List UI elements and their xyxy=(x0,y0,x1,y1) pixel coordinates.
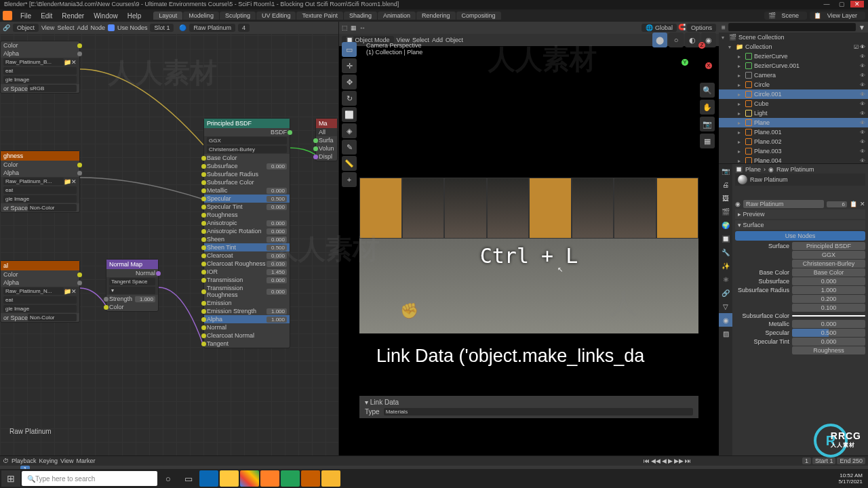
shading-icon[interactable]: ⬤ xyxy=(652,33,667,47)
slot-selector[interactable]: Slot 1 xyxy=(150,24,174,32)
scene-selector[interactable]: 🎬 Scene xyxy=(764,12,807,20)
bsdf-anisotropic-rotation[interactable]: Anisotropic Rotation0.000 xyxy=(204,227,290,235)
tl-play-rev-icon[interactable]: ◀ xyxy=(662,458,667,464)
use-nodes-checkbox[interactable] xyxy=(108,24,115,31)
viewlayer-selector[interactable]: 📋 View Layer xyxy=(810,12,865,20)
annotate-tool-icon[interactable]: ✎ xyxy=(342,140,357,155)
taskview-icon[interactable]: ▭ xyxy=(179,470,198,487)
scale-tool-icon[interactable]: ⬜ xyxy=(342,107,357,122)
vp-add[interactable]: Add xyxy=(432,37,443,43)
bsdf-emission-strength[interactable]: Emission Strength1.000 xyxy=(204,307,290,315)
node-roughness-tex[interactable]: ghness xyxy=(1,151,79,161)
proptab-world-icon[interactable]: 🌍 xyxy=(719,218,732,232)
bsdf-metallic[interactable]: Metallic0.000 xyxy=(204,186,290,195)
menu-file[interactable]: File xyxy=(16,12,35,20)
outliner-search[interactable] xyxy=(728,23,856,31)
bsdf-transmission[interactable]: Transmission0.000 xyxy=(204,276,290,284)
rotate-tool-icon[interactable]: ↻ xyxy=(342,91,357,106)
node-select[interactable]: Select xyxy=(57,24,74,31)
outliner-item-plane.004[interactable]: ▸Plane.004👁 xyxy=(719,156,868,164)
tab-texpaint[interactable]: Texture Paint xyxy=(296,12,343,20)
prop-subsurface-color[interactable]: Subsurface Color xyxy=(735,312,865,319)
taskbar-app3-icon[interactable] xyxy=(321,470,340,487)
tl-mode-icon[interactable]: ⏱ xyxy=(3,458,9,464)
proptab-constraint-icon[interactable]: 🔗 xyxy=(719,286,732,300)
unlink-icon[interactable]: ✕ xyxy=(860,201,865,207)
proptab-scene-icon[interactable]: 🎬 xyxy=(719,205,732,218)
menu-edit[interactable]: Edit xyxy=(37,12,56,20)
surface-panel[interactable]: ▾ Surface xyxy=(735,220,865,230)
tab-compositing[interactable]: Compositing xyxy=(456,12,501,20)
image-file[interactable]: Raw_Platinum_B... xyxy=(3,58,64,66)
prop-specular[interactable]: Specular0.500 xyxy=(735,329,865,337)
filter-icon[interactable]: ▼ xyxy=(859,24,865,31)
bsdf-sheen[interactable]: Sheen0.000 xyxy=(204,235,290,243)
material-name-field[interactable]: Raw Platinum xyxy=(743,200,824,208)
prop-metallic[interactable]: Metallic0.000 xyxy=(735,320,865,328)
outliner-item-plane.002[interactable]: ▸Plane.002👁 xyxy=(719,137,868,146)
node-view[interactable]: View xyxy=(41,24,54,31)
bsdf-tangent[interactable]: Tangent xyxy=(204,340,290,348)
prop-subsurface[interactable]: Subsurface0.000 xyxy=(735,277,865,285)
menu-help[interactable]: Help xyxy=(123,12,146,20)
prop-christensen-burley[interactable]: Christensen-Burley xyxy=(735,260,865,268)
vp-object[interactable]: Object xyxy=(446,37,463,43)
zoom-icon[interactable]: 🔍 xyxy=(700,83,715,98)
prop-0.200[interactable]: 0.200 xyxy=(735,295,865,303)
bsdf-subsurface-color[interactable]: Subsurface Color xyxy=(204,178,290,186)
node-material-output[interactable]: Ma All Surfa Volun Displ xyxy=(315,118,338,161)
bsdf-specular[interactable]: Specular0.500 xyxy=(204,195,290,203)
bsdf-subsurface-radius[interactable]: Subsurface Radius xyxy=(204,170,290,178)
proptab-material-icon[interactable]: ◉ xyxy=(719,313,732,327)
outliner-item-light[interactable]: ▸Light👁 xyxy=(719,108,868,118)
tl-view[interactable]: View xyxy=(60,458,73,464)
cortana-icon[interactable]: ○ xyxy=(159,470,178,487)
tl-jump-end-icon[interactable]: ⏭ xyxy=(685,458,691,464)
node-add[interactable]: Add xyxy=(77,24,87,31)
prop-specular-tint[interactable]: Specular Tint0.000 xyxy=(735,338,865,346)
taskbar-chrome-icon[interactable] xyxy=(240,470,259,487)
proptab-particle-icon[interactable]: ✨ xyxy=(719,259,732,272)
bsdf-specular-tint[interactable]: Specular Tint0.000 xyxy=(204,203,290,211)
tl-keying[interactable]: Keying xyxy=(39,458,58,464)
select-tool-icon[interactable]: ▭ xyxy=(342,42,357,57)
proptab-texture-icon[interactable]: ▨ xyxy=(719,327,732,340)
outliner-item-plane[interactable]: ▸Plane👁 xyxy=(719,118,868,127)
proptab-output-icon[interactable]: 🖨 xyxy=(719,178,732,191)
persp-icon[interactable]: ▦ xyxy=(700,134,715,148)
bsdf-transmission-roughness[interactable]: Transmission Roughness0.000 xyxy=(204,284,290,299)
camera-icon[interactable]: 📷 xyxy=(700,117,715,131)
move-tool-icon[interactable]: ✥ xyxy=(342,75,357,89)
new-mat-icon[interactable]: 📋 xyxy=(850,201,857,207)
taskbar-edge-icon[interactable] xyxy=(199,470,218,487)
minimize-button[interactable]: — xyxy=(820,1,833,7)
taskbar-search[interactable]: 🔍 Type here to search xyxy=(22,471,157,486)
close-button[interactable]: ✕ xyxy=(850,1,864,7)
bsdf-ior[interactable]: IOR1.450 xyxy=(204,268,290,276)
proptab-modifier-icon[interactable]: 🔧 xyxy=(719,245,732,259)
start-button[interactable]: ⊞ xyxy=(1,470,20,487)
node-normal-tex[interactable]: al xyxy=(1,261,79,270)
outliner-item-circle[interactable]: ▸Circle👁 xyxy=(719,80,868,89)
prop-surface[interactable]: SurfacePrincipled BSDF xyxy=(735,242,865,250)
tab-layout[interactable]: Layout xyxy=(153,12,182,20)
bsdf-base-color[interactable]: Base Color xyxy=(204,154,290,162)
outliner-item-circle.001[interactable]: ▸Circle.001👁 xyxy=(719,89,868,99)
bsdf-clearcoat[interactable]: Clearcoat0.000 xyxy=(204,251,290,260)
maximize-button[interactable]: ▢ xyxy=(835,1,848,7)
outliner-scene[interactable]: ▾🎬 Scene Collection xyxy=(719,33,868,42)
tl-next-key-icon[interactable]: ▶▶ xyxy=(674,458,684,464)
material-slot[interactable]: Raw Platinum xyxy=(735,174,865,186)
tab-modeling[interactable]: Modeling xyxy=(183,12,219,20)
tab-uv[interactable]: UV Editing xyxy=(256,12,296,20)
cursor-tool-icon[interactable]: ✛ xyxy=(342,58,357,73)
node-principled-bsdf[interactable]: Principled BSDF BSDF GGX Christensen-Bur… xyxy=(203,118,290,348)
outliner-item-cube[interactable]: ▸Cube👁 xyxy=(719,99,868,108)
node-normal-map[interactable]: Normal Map xyxy=(106,260,158,269)
tl-play-icon[interactable]: ▶ xyxy=(668,458,673,464)
bsdf-alpha[interactable]: Alpha1.000 xyxy=(204,315,290,323)
bsdf-roughness[interactable]: Roughness xyxy=(204,211,290,219)
use-nodes-button[interactable]: Use Nodes xyxy=(735,231,865,241)
bsdf-normal[interactable]: Normal xyxy=(204,323,290,331)
options-menu[interactable]: Options xyxy=(687,24,716,32)
